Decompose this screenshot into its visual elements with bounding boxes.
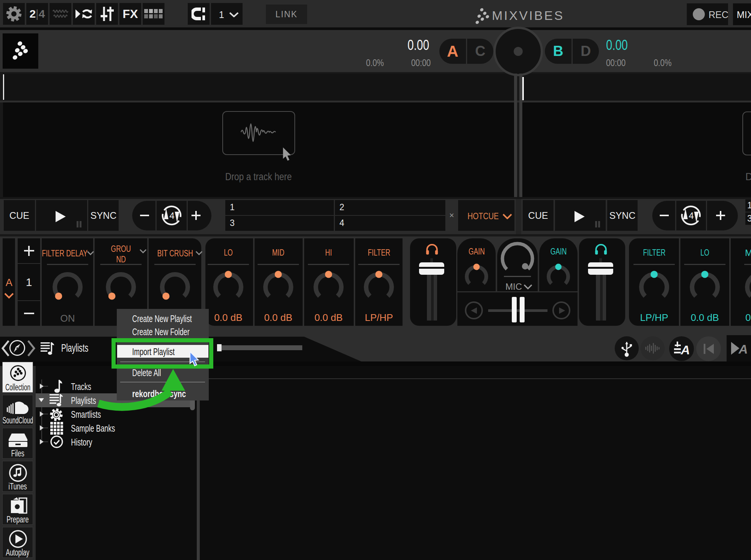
svg-text:4: 4: [169, 211, 174, 221]
svg-text:A: A: [680, 343, 689, 356]
svg-text:4: 4: [689, 211, 694, 221]
svg-text:A: A: [738, 342, 748, 355]
